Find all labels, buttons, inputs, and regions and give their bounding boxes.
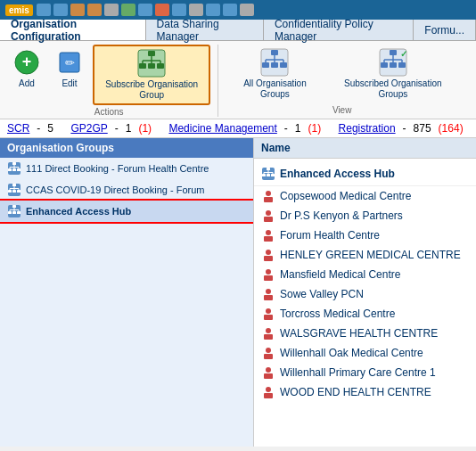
right-item-header[interactable]: Enhanced Access Hub xyxy=(254,162,476,186)
right-item-torcross-icon xyxy=(261,307,275,321)
title-icons xyxy=(37,4,254,16)
all-org-groups-button[interactable]: All Organisation Groups xyxy=(226,45,324,103)
svg-rect-48 xyxy=(12,190,16,193)
ribbon-view-buttons: All Organisation Groups xyxy=(226,45,458,103)
org-groups-title: Organisation Groups xyxy=(0,138,253,158)
svg-rect-38 xyxy=(12,168,16,171)
nav-icon-9[interactable] xyxy=(172,4,186,16)
right-item-dr-kenyon[interactable]: Dr P.S Kenyon & Partners xyxy=(254,206,476,226)
right-item-henley-icon xyxy=(261,248,275,262)
nav-scr[interactable]: SCR xyxy=(7,122,29,135)
org-item-111-icon xyxy=(7,161,21,176)
nav-icon-12[interactable] xyxy=(223,4,237,16)
svg-rect-88 xyxy=(264,315,273,320)
nav-icon-8[interactable] xyxy=(155,4,169,16)
left-panel: Organisation Groups 111 Direct Booking - xyxy=(0,138,254,447)
svg-rect-56 xyxy=(12,205,16,208)
svg-rect-84 xyxy=(264,275,273,281)
nav-icon-1[interactable] xyxy=(37,4,51,16)
right-item-walsgrave-icon xyxy=(261,326,275,340)
right-item-willenhall-primary[interactable]: Willenhall Primary Care Centre 1 xyxy=(254,363,476,382)
nav-icon-6[interactable] xyxy=(121,4,135,16)
add-icon: + xyxy=(12,48,41,77)
tab-bar: Organisation Configuration Data Sharing … xyxy=(0,20,476,41)
subscribed-org-groups-button[interactable]: ✓ Subscribed Organisation Groups xyxy=(328,45,458,103)
svg-rect-90 xyxy=(264,334,273,340)
right-item-header-icon xyxy=(261,167,275,181)
svg-rect-15 xyxy=(271,50,278,55)
svg-point-89 xyxy=(266,328,271,333)
right-item-forum[interactable]: Forum Health Centre xyxy=(254,226,476,245)
nav-gp2gp-sep: - xyxy=(115,122,119,135)
svg-point-77 xyxy=(266,210,271,216)
svg-point-79 xyxy=(266,230,271,235)
svg-rect-17 xyxy=(271,62,278,68)
svg-rect-69 xyxy=(271,174,275,176)
edit-button[interactable]: ✏ Edit xyxy=(50,45,89,93)
svg-rect-5 xyxy=(148,51,155,56)
nav-icon-4[interactable] xyxy=(87,4,102,16)
nav-gp2gp[interactable]: GP2GP xyxy=(70,122,107,135)
org-item-enhanced[interactable]: Enhanced Access Hub xyxy=(0,201,253,222)
all-org-groups-icon xyxy=(260,48,289,77)
svg-rect-26 xyxy=(381,62,388,68)
tab-org-config[interactable]: Organisation Configuration xyxy=(0,20,146,40)
right-item-willenhall-oak[interactable]: Willenhall Oak Medical Centre xyxy=(254,343,476,363)
nav-icon-3[interactable] xyxy=(70,4,85,16)
nav-icon-2[interactable] xyxy=(53,4,68,16)
subscribe-org-group-button[interactable]: Subscribe Organisation Group xyxy=(93,45,210,105)
svg-rect-18 xyxy=(280,62,287,68)
right-item-icon xyxy=(261,189,275,203)
nav-scr-sep: - xyxy=(37,122,40,135)
nav-icon-7[interactable] xyxy=(138,4,152,16)
nav-registration[interactable]: Registration xyxy=(339,122,396,135)
right-item-henley[interactable]: HENLEY GREEN MEDICAL CENTRE xyxy=(254,245,476,265)
nav-icon-13[interactable] xyxy=(240,4,254,16)
right-item-header-label: Enhanced Access Hub xyxy=(280,168,395,180)
ribbon: + Add ✏ Edit xyxy=(0,41,476,119)
svg-rect-92 xyxy=(264,354,273,359)
tab-formula[interactable]: Formu... xyxy=(414,20,476,40)
org-item-ccas-icon xyxy=(7,183,21,197)
right-item-wood-end-label: WOOD END HEALTH CENTRE xyxy=(280,386,431,398)
right-panel-header: Name xyxy=(254,138,476,159)
svg-rect-37 xyxy=(8,168,12,171)
org-item-enhanced-label: Enhanced Access Hub xyxy=(26,206,131,217)
svg-rect-16 xyxy=(262,62,269,68)
nav-icon-5[interactable] xyxy=(104,4,119,16)
svg-rect-7 xyxy=(148,63,155,69)
svg-rect-46 xyxy=(12,184,16,186)
org-item-ccas[interactable]: CCAS COVID-19 Direct Booking - Forum xyxy=(0,179,253,201)
right-item-willenhall-primary-label: Willenhall Primary Care Centre 1 xyxy=(280,366,436,379)
right-item-walsgrave[interactable]: WALSGRAVE HEALTH CENTRE xyxy=(254,324,476,343)
right-item-copsewood[interactable]: Copsewood Medical Centre xyxy=(254,186,476,206)
right-item-wood-end-icon xyxy=(261,385,275,399)
org-item-ccas-label: CCAS COVID-19 Direct Booking - Forum xyxy=(26,184,205,195)
right-item-wood-end[interactable]: WOOD END HEALTH CENTRE xyxy=(254,382,476,402)
tab-confidentiality[interactable]: Confidentiality Policy Manager xyxy=(264,20,414,40)
nav-medicine[interactable]: Medicine Management xyxy=(168,122,276,135)
right-item-forum-icon xyxy=(261,228,275,242)
org-item-111[interactable]: 111 Direct Booking - Forum Health Centre xyxy=(0,158,253,179)
nav-bar: SCR - 5 GP2GP - 1 (1) Medicine Managemen… xyxy=(0,119,476,138)
nav-gp2gp-num: 1 xyxy=(126,122,132,135)
svg-rect-78 xyxy=(264,217,273,222)
nav-icon-10[interactable] xyxy=(189,4,203,16)
nav-icon-11[interactable] xyxy=(206,4,220,16)
svg-point-93 xyxy=(266,367,271,373)
right-item-torcross[interactable]: Torcross Medical Centre xyxy=(254,304,476,324)
add-button[interactable]: + Add xyxy=(7,45,46,93)
right-item-sowe[interactable]: Sowe Valley PCN xyxy=(254,284,476,304)
svg-point-91 xyxy=(266,348,271,353)
svg-rect-66 xyxy=(267,168,270,170)
tab-data-sharing[interactable]: Data Sharing Manager xyxy=(146,20,264,40)
svg-rect-28 xyxy=(398,62,406,68)
right-item-mansfield[interactable]: Mansfield Medical Centre xyxy=(254,265,476,284)
svg-point-81 xyxy=(266,250,271,255)
svg-point-95 xyxy=(266,387,271,392)
svg-point-85 xyxy=(266,289,271,294)
right-item-sowe-label: Sowe Valley PCN xyxy=(280,288,364,300)
nav-med-num: 1 xyxy=(295,122,301,135)
svg-rect-39 xyxy=(17,168,21,171)
svg-rect-6 xyxy=(139,63,146,69)
